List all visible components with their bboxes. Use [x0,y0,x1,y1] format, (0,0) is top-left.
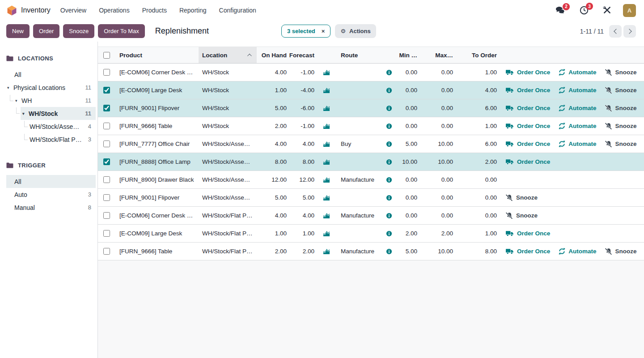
table-row[interactable]: [FURN_9001] Flipover WH/Stock/Asse… 5.00… [98,189,644,207]
info-icon[interactable] [386,230,392,237]
forecast-chart-icon[interactable] [323,230,330,237]
row-checkbox[interactable] [103,194,110,201]
table-row[interactable]: [FURN_9001] Flipover WH/Stock 5.00 -6.00… [98,99,644,117]
row-checkbox[interactable] [103,248,110,255]
snooze-button[interactable]: Snooze [605,105,637,111]
info-icon[interactable] [386,141,392,147]
caret-down-icon[interactable]: ▾ [7,85,13,90]
header-forecast[interactable]: Forecast [289,47,317,63]
location-filter-physical-locations[interactable]: ▾ Physical Locations 11 [6,81,96,94]
product-cell[interactable]: [FURN_7777] Office Chair [115,141,199,147]
inventory-app-icon[interactable] [7,5,17,16]
row-checkbox[interactable] [103,87,110,94]
row-checkbox[interactable] [103,212,110,219]
trigger-filter-manual[interactable]: Manual 8 [6,201,96,214]
order-once-button[interactable]: Order Once [506,141,550,147]
product-cell[interactable]: [E-COM06] Corner Desk … [115,212,199,219]
pager-next-button[interactable] [623,25,636,38]
header-to-order[interactable]: To Order [456,47,500,63]
table-row[interactable]: [FURN_9666] Table WH/Stock 2.00 -1.00 0.… [98,117,644,135]
info-icon[interactable] [386,159,392,165]
selection-chip[interactable]: 3 selected × [281,25,330,38]
actions-button[interactable]: ⚙ Actions [335,24,376,38]
automate-button[interactable]: Automate [559,141,596,147]
snooze-button[interactable]: Snooze [605,123,637,129]
snooze-button[interactable]: Snooze [605,141,637,147]
order-once-button[interactable]: Order Once [506,123,550,129]
new-button[interactable]: New [6,24,30,38]
location-filter-wh-stock[interactable]: ▾ WH/Stock 11 [21,107,96,120]
location-filter-all[interactable]: All [6,68,96,81]
header-route[interactable]: Route [336,47,382,63]
pager-previous-button[interactable] [609,25,622,38]
automate-button[interactable]: Automate [559,87,596,94]
location-filter-wh-stock-flat-pack[interactable]: WH/Stock/Flat P… 3 [6,133,96,146]
table-row[interactable]: [FURN_9666] Table WH/Stock/Flat P… 2.00 … [98,243,644,260]
header-max[interactable]: Max… [419,47,456,63]
automate-button[interactable]: Automate [559,123,596,129]
product-cell[interactable]: [E-COM06] Corner Desk … [115,69,199,76]
snooze-button[interactable]: Snooze [605,87,637,94]
info-icon[interactable] [386,177,392,183]
order-once-button[interactable]: Order Once [506,158,550,165]
forecast-chart-icon[interactable] [323,248,330,255]
table-row[interactable]: [E-COM09] Large Desk WH/Stock/Flat P… 1.… [98,225,644,243]
order-once-button[interactable]: Order Once [506,230,550,237]
product-cell[interactable]: [FURN_9666] Table [115,123,199,129]
caret-down-icon[interactable]: ▾ [22,111,29,116]
product-cell[interactable]: [E-COM09] Large Desk [115,230,199,237]
activities-button[interactable]: 3 [580,6,589,15]
product-cell[interactable]: [E-COM09] Large Desk [115,87,199,94]
app-title[interactable]: Inventory [21,6,51,14]
forecast-chart-icon[interactable] [323,141,330,147]
table-row[interactable]: [E-COM09] Large Desk WH/Stock 1.00 -4.00… [98,81,644,99]
forecast-chart-icon[interactable] [323,177,330,183]
header-min[interactable]: Min … [396,47,419,63]
forecast-chart-icon[interactable] [323,195,330,201]
order-to-max-button[interactable]: Order To Max [98,24,145,38]
menu-overview[interactable]: Overview [60,7,86,14]
location-filter-wh[interactable]: ▾ WH 11 [6,94,96,107]
snooze-button[interactable]: Snooze [506,212,538,219]
row-checkbox[interactable] [103,123,110,129]
select-all-checkbox[interactable] [103,52,110,59]
info-icon[interactable] [386,248,392,255]
header-location[interactable]: Location [199,47,257,63]
menu-products[interactable]: Products [142,7,167,14]
forecast-chart-icon[interactable] [323,69,330,76]
info-icon[interactable] [386,105,392,111]
row-checkbox[interactable] [103,230,110,237]
forecast-chart-icon[interactable] [323,105,330,111]
table-row[interactable]: [FURN_7777] Office Chair WH/Stock/Asse… … [98,135,644,153]
info-icon[interactable] [386,69,392,76]
menu-operations[interactable]: Operations [99,7,129,14]
row-checkbox[interactable] [103,158,110,165]
forecast-chart-icon[interactable] [323,87,330,94]
tools-button[interactable] [603,6,611,14]
trigger-filter-auto[interactable]: Auto 3 [6,188,96,201]
automate-button[interactable]: Automate [559,105,596,111]
trigger-filter-all[interactable]: All [6,175,96,188]
clear-selection-icon[interactable]: × [322,28,325,34]
order-button[interactable]: Order [33,24,59,38]
product-cell[interactable]: [FURN_8900] Drawer Black [115,176,199,183]
forecast-chart-icon[interactable] [323,159,330,165]
product-cell[interactable]: [FURN_9001] Flipover [115,105,199,111]
snooze-button[interactable]: Snooze [605,69,637,76]
row-checkbox[interactable] [103,69,110,76]
row-checkbox[interactable] [103,141,110,147]
forecast-chart-icon[interactable] [323,123,330,129]
forecast-chart-icon[interactable] [323,213,330,219]
info-icon[interactable] [386,87,392,94]
table-row[interactable]: [E-COM06] Corner Desk … WH/Stock 4.00 -1… [98,64,644,81]
messages-button[interactable]: 2 [555,6,565,15]
caret-down-icon[interactable]: ▾ [15,98,21,103]
info-icon[interactable] [386,213,392,219]
order-once-button[interactable]: Order Once [506,105,550,111]
order-once-button[interactable]: Order Once [506,87,550,94]
product-cell[interactable]: [FURN_9666] Table [115,248,199,255]
menu-reporting[interactable]: Reporting [179,7,207,14]
snooze-button[interactable]: Snooze [605,248,637,255]
product-cell[interactable]: [FURN_8888] Office Lamp [115,158,199,165]
menu-configuration[interactable]: Configuration [219,7,256,14]
